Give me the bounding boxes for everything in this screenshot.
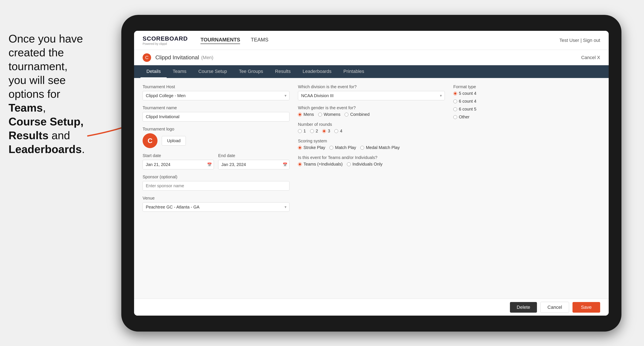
scoring-label: Scoring system bbox=[298, 139, 445, 144]
nav-links: TOURNAMENTS TEAMS bbox=[200, 37, 559, 44]
venue-field-group: Venue Peachtree GC - Atlanta - GA bbox=[142, 196, 290, 212]
rounds-3-label: 3 bbox=[328, 129, 330, 134]
nav-teams[interactable]: TEAMS bbox=[251, 37, 268, 44]
end-date-label: End date bbox=[218, 153, 290, 158]
gender-womens-label: Womens bbox=[324, 112, 340, 117]
scoring-match[interactable]: Match Play bbox=[330, 145, 356, 150]
format-other-radio[interactable] bbox=[453, 115, 457, 119]
division-select[interactable]: NCAA Division III bbox=[298, 91, 445, 100]
gender-womens[interactable]: Womens bbox=[318, 112, 340, 117]
tab-teams[interactable]: Teams bbox=[167, 65, 192, 78]
back-button[interactable]: C bbox=[142, 53, 151, 62]
format-6count4[interactable]: 6 count 4 bbox=[453, 99, 600, 104]
scoring-stroke-label: Stroke Play bbox=[304, 145, 325, 150]
tournament-title: Clippd Invitational bbox=[155, 54, 199, 61]
logo-label: Tournament logo bbox=[142, 127, 290, 132]
format-5count4-radio[interactable] bbox=[453, 92, 457, 95]
end-date-input[interactable] bbox=[218, 160, 290, 170]
format-6count4-radio[interactable] bbox=[453, 99, 457, 103]
rounds-2-label: 2 bbox=[316, 129, 318, 134]
name-input[interactable] bbox=[142, 112, 290, 122]
scoring-stroke-radio[interactable] bbox=[298, 146, 302, 150]
nav-tournaments[interactable]: TOURNAMENTS bbox=[200, 37, 240, 44]
rounds-1-radio[interactable] bbox=[298, 129, 302, 133]
tab-printables[interactable]: Printables bbox=[337, 65, 370, 78]
rounds-1[interactable]: 1 bbox=[298, 129, 306, 134]
teams-plus-label: Teams (+Individuals) bbox=[304, 162, 343, 167]
user-label[interactable]: Test User | Sign out bbox=[559, 38, 600, 43]
gender-combined[interactable]: Combined bbox=[344, 112, 370, 117]
instruction-bold-results: Results bbox=[8, 129, 48, 142]
footer-cancel-button[interactable]: Cancel bbox=[540, 302, 569, 313]
rounds-2[interactable]: 2 bbox=[310, 129, 318, 134]
rounds-2-radio[interactable] bbox=[310, 129, 314, 133]
gender-combined-radio[interactable] bbox=[344, 113, 348, 117]
rounds-4[interactable]: 4 bbox=[334, 129, 342, 134]
gender-mens-radio[interactable] bbox=[298, 113, 302, 117]
end-date-group: End date bbox=[218, 153, 290, 170]
individuals-only-radio[interactable] bbox=[347, 162, 351, 166]
rounds-3[interactable]: 3 bbox=[322, 129, 330, 134]
tab-leaderboards[interactable]: Leaderboards bbox=[297, 65, 338, 78]
host-field-group: Tournament Host Clippd College - Men bbox=[142, 84, 290, 100]
gender-combined-label: Combined bbox=[350, 112, 370, 117]
rounds-field-group: Number of rounds 1 2 bbox=[298, 122, 445, 134]
division-select-wrap: NCAA Division III bbox=[298, 91, 445, 100]
scoring-match-radio[interactable] bbox=[330, 146, 333, 150]
format-other[interactable]: Other bbox=[453, 115, 600, 119]
format-5count4[interactable]: 5 count 4 bbox=[453, 91, 600, 96]
format-5count4-label: 5 count 4 bbox=[459, 91, 476, 96]
format-field-group: Format type 5 count 4 6 count 4 bbox=[453, 84, 600, 119]
logo-upload-area: C Upload bbox=[142, 133, 290, 148]
scoring-medal-match[interactable]: Medal Match Play bbox=[360, 145, 400, 150]
save-button[interactable]: Save bbox=[572, 302, 600, 313]
rounds-3-radio[interactable] bbox=[322, 129, 326, 133]
host-select[interactable]: Clippd College - Men bbox=[142, 91, 290, 100]
start-date-label: Start date bbox=[142, 153, 214, 158]
teams-plus-individuals[interactable]: Teams (+Individuals) bbox=[298, 162, 343, 167]
teams-plus-radio[interactable] bbox=[298, 162, 302, 166]
tournament-header: C Clippd Invitational (Men) Cancel X bbox=[134, 50, 609, 65]
scoring-medal-match-label: Medal Match Play bbox=[366, 145, 400, 150]
end-date-wrap bbox=[218, 160, 290, 170]
user-area[interactable]: Test User | Sign out bbox=[559, 38, 600, 43]
individuals-only[interactable]: Individuals Only bbox=[347, 162, 382, 167]
scoring-stroke[interactable]: Stroke Play bbox=[298, 145, 325, 150]
gender-label: Which gender is the event for? bbox=[298, 105, 445, 110]
gender-mens[interactable]: Mens bbox=[298, 112, 314, 117]
tab-course-setup[interactable]: Course Setup bbox=[192, 65, 233, 78]
scoring-radio-group: Stroke Play Match Play Medal Match Play bbox=[298, 145, 445, 150]
gender-womens-radio[interactable] bbox=[318, 113, 322, 117]
teams-individuals-field-group: Is this event for Teams and/or Individua… bbox=[298, 155, 445, 167]
middle-column: Which division is the event for? NCAA Di… bbox=[298, 84, 445, 217]
tab-results[interactable]: Results bbox=[269, 65, 296, 78]
format-6count5-radio[interactable] bbox=[453, 107, 457, 111]
scoring-medal-match-radio[interactable] bbox=[360, 146, 364, 150]
left-column: Tournament Host Clippd College - Men Tou… bbox=[142, 84, 290, 217]
start-date-input[interactable] bbox=[142, 160, 214, 170]
footer-bar: Delete Cancel Save bbox=[134, 299, 609, 316]
instruction-bold-leaderboards: Leaderboards bbox=[8, 143, 82, 155]
format-6count4-label: 6 count 4 bbox=[459, 99, 476, 104]
rounds-radio-group: 1 2 3 4 bbox=[298, 129, 445, 134]
gender-field-group: Which gender is the event for? Mens Wome… bbox=[298, 105, 445, 117]
tablet-screen: SCOREBOARD Powered by clippd TOURNAMENTS… bbox=[134, 31, 609, 316]
instruction-text: Once you havecreated thetournament,you w… bbox=[0, 25, 119, 163]
delete-button[interactable]: Delete bbox=[510, 302, 537, 313]
tab-tee-groups[interactable]: Tee Groups bbox=[233, 65, 269, 78]
instruction-bold-course: Course Setup, bbox=[8, 115, 84, 128]
date-field-group: Start date End date bbox=[142, 153, 290, 170]
back-icon: C bbox=[145, 55, 148, 60]
venue-select[interactable]: Peachtree GC - Atlanta - GA bbox=[142, 202, 290, 212]
upload-button[interactable]: Upload bbox=[162, 136, 186, 146]
cancel-tournament-button[interactable]: Cancel X bbox=[581, 55, 600, 60]
rounds-4-radio[interactable] bbox=[334, 129, 338, 133]
main-content: Tournament Host Clippd College - Men Tou… bbox=[134, 78, 609, 299]
start-date-group: Start date bbox=[142, 153, 214, 170]
tab-details[interactable]: Details bbox=[140, 65, 167, 78]
logo-icon-letter: C bbox=[148, 137, 152, 145]
format-6count5[interactable]: 6 count 5 bbox=[453, 107, 600, 112]
logo-subtitle: Powered by clippd bbox=[142, 42, 188, 45]
sponsor-input[interactable] bbox=[142, 181, 290, 191]
host-label: Tournament Host bbox=[142, 84, 290, 89]
